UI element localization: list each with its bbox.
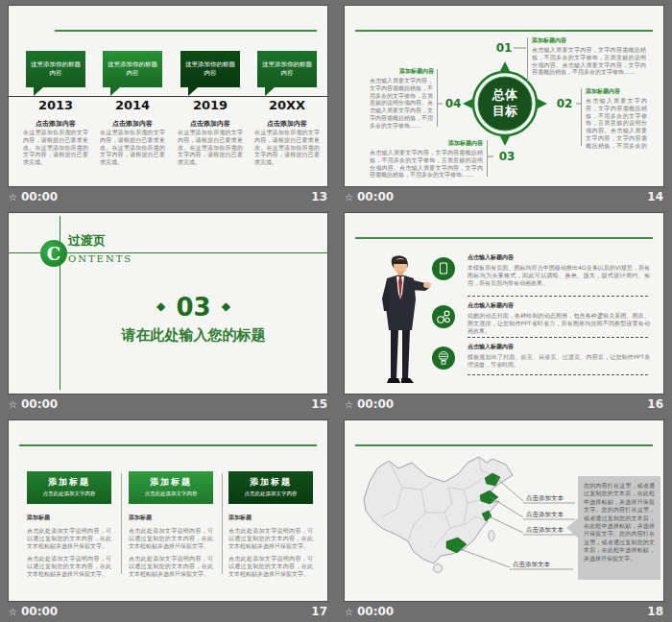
thumbnail-footer: ☆ 00:00 15 — [9, 395, 327, 413]
cell-15: C 过渡页 ONTENTS ◆ 03 ◆ 请在此处输入您的标题 ☆ 00:00 … — [0, 207, 336, 415]
slide-thumbnail-15[interactable]: C 过渡页 ONTENTS ◆ 03 ◆ 请在此处输入您的标题 — [8, 212, 328, 395]
cell-13: 这里添加你的标题内容 2013 点击添加内容 在这里添加你所需的文字内容，请根据… — [0, 0, 336, 207]
accent-line — [19, 444, 317, 446]
bubble-text: 这里添加你的标题内容 — [31, 60, 81, 78]
businessman-illustration — [368, 255, 433, 390]
thumbnail-footer: ☆ 00:00 16 — [345, 395, 663, 413]
feature-heading: 点击输入标题内容 — [468, 301, 650, 310]
section-title: 请在此处输入您的标题 — [60, 326, 327, 345]
item-heading: 点击添加内容 — [18, 119, 93, 129]
cell-16: 点击输入标题内容 本模板所有页面、图标均符合中国移动推出4G业务以后的VI规范，… — [336, 207, 672, 415]
feature-text: 点击输入标题内容 本模板所有页面、图标均符合中国移动推出4G业务以后的VI规范，… — [468, 253, 650, 286]
speech-bubble: 这里添加你的标题内容 — [26, 51, 85, 87]
item-heading: 点击添加内容 — [95, 119, 170, 129]
year-label: 2013 — [18, 98, 93, 112]
bubble-tail — [188, 87, 198, 96]
point-number: 03 — [494, 150, 519, 163]
timeline-item: 这里添加你的标题内容 2019 点击添加内容 在这里添加你所需的文字内容，请根据… — [173, 51, 248, 87]
map-label: 点击添加文本 — [513, 561, 550, 569]
connector-rule — [487, 140, 488, 177]
feature-body: 模板规划出了封面、前言、目录页、过渡页、内容页，让您制作PPT条理清楚，节省时间… — [468, 353, 650, 369]
slide-thumbnail-14[interactable]: 总体 目标 01 添加标题内容 点击输入简要文字内容，文字内容需概括精炼，不用多… — [344, 5, 664, 187]
dashed-divider — [468, 374, 648, 375]
thumbnail-footer: ☆ 00:00 13 — [9, 188, 327, 205]
slide-number: 18 — [647, 605, 663, 618]
slide-timing: 00:00 — [21, 605, 58, 618]
slide-sorter-grid: 这里添加你的标题内容 2013 点击添加内容 在这里添加你所需的文字内容，请根据… — [0, 0, 672, 622]
thumbnail-footer: ☆ 00:00 17 — [9, 603, 327, 620]
point-body: 点击输入简要文字内容，文字内容需概括精炼，不用多余的文字修饰，言简意赅的说明分项… — [370, 77, 433, 129]
year-label: 20XX — [250, 98, 324, 112]
slide-thumbnail-16[interactable]: 点击输入标题内容 本模板所有页面、图标均符合中国移动推出4G业务以后的VI规范，… — [344, 212, 664, 395]
point-number: 04 — [441, 97, 466, 110]
content-column: 添加标题 点击此处添加文字内容 添加标题 点击此处添加文字说明内容，可以通过复制… — [228, 471, 313, 579]
callout-text: 您的内容打在这里，或者通过复制您的文本后，在此框中选择粘贴，并选择只保留文字。您… — [578, 476, 660, 580]
bubble-text: 这里添加你的标题内容 — [185, 60, 235, 78]
point-label: 添加标题内容 — [425, 139, 483, 148]
timeline-axis — [9, 96, 327, 97]
content-column: 添加标题 点击此处添加文字内容 添加标题 点击此处添加文字说明内容，可以通过复制… — [27, 471, 111, 579]
slide-timing: 00:00 — [21, 190, 58, 203]
bubble-text: 这里添加你的标题内容 — [262, 60, 312, 78]
point-number: 02 — [552, 97, 577, 110]
feature-heading: 点击输入标题内容 — [468, 343, 650, 351]
transition-title-en: ONTENTS — [68, 253, 132, 264]
column-header-subtitle: 点击此处添加文字内容 — [228, 490, 313, 497]
year-label: 2019 — [173, 98, 248, 112]
item-body: 在这里添加你所需的文字内容，请根据自己要求更改。在这里添加你所需的文字内容，请根… — [254, 129, 320, 166]
slide-thumbnail-13[interactable]: 这里添加你的标题内容 2013 点击添加内容 在这里添加你所需的文字内容，请根据… — [8, 5, 328, 187]
point-body: 点击输入简要文字内容，文字内容需概括精炼，不用多余的文字修饰，言简意赅的说明分项… — [370, 149, 483, 179]
column-header-title: 添加标题 — [27, 476, 111, 489]
feature-row: 点击输入标题内容 本模板所有页面、图标均符合中国移动推出4G业务以后的VI规范，… — [431, 253, 650, 286]
transition-star-icon: ☆ — [9, 607, 17, 617]
timeline-item: 这里添加你的标题内容 2014 点击添加内容 在这里添加你所需的文字内容，请根据… — [95, 51, 170, 87]
column-header: 添加标题 点击此处添加文字内容 — [228, 471, 313, 504]
speech-bubble: 这里添加你的标题内容 — [180, 51, 240, 87]
item-body: 在这里添加你所需的文字内容，请根据自己要求更改。在这里添加你所需的文字内容，请根… — [23, 129, 88, 166]
column-header-subtitle: 点击此处添加文字内容 — [27, 490, 111, 497]
network-icon — [431, 304, 456, 329]
connector-rule — [581, 88, 582, 146]
slide-thumbnail-18[interactable]: 点击添加文本 点击添加文本 点击添加文本 点击添加文本 您的内容打在这里，或者通… — [344, 419, 664, 602]
point-body: 点击输入简要文字内容，文字内容需概括精炼，不用多余的文字修饰，言简意赅的说明分项… — [532, 46, 646, 76]
column-paragraph: 点击此处添加文字说明内容，可以通过复制您的文本内容，在此文本框粘贴并选择只保留文… — [27, 527, 111, 550]
slide-number: 14 — [647, 190, 663, 203]
slide-timing: 00:00 — [21, 397, 58, 411]
column-header: 添加标题 点击此处添加文字内容 — [27, 471, 111, 504]
transition-star-icon: ☆ — [345, 607, 353, 617]
content-column: 添加标题 点击此处添加文字内容 添加标题 点击此处添加文字说明内容，可以通过复制… — [129, 471, 213, 579]
lightbulb-icon — [431, 346, 456, 371]
document-icon — [431, 256, 456, 281]
column-small-heading: 添加标题 — [27, 514, 111, 522]
point-body: 点击输入简要文字内容，文字内容需概括精炼，不用多余的文字修饰，言简意赅的说明分项… — [586, 97, 647, 151]
transition-star-icon: ☆ — [345, 399, 353, 410]
column-small-heading: 添加标题 — [228, 514, 313, 522]
point-label: 添加标题内容 — [586, 87, 620, 96]
bubble-tail — [34, 87, 43, 96]
slide-number: 15 — [311, 397, 327, 411]
contents-c-badge: C — [40, 240, 67, 267]
feature-heading: 点击输入标题内容 — [468, 253, 650, 262]
bubble-text: 这里添加你的标题内容 — [108, 60, 157, 78]
feature-body: 本模板所有页面、图标均符合中国移动推出4G业务以后的VI规范，所有图标均为矢量格… — [468, 264, 650, 286]
column-paragraph: 点击此处添加文字说明内容，可以通过复制您的文本内容，在此文本框粘贴并选择只保留文… — [228, 555, 313, 578]
point-number: 01 — [492, 41, 516, 55]
cell-17: 添加标题 点击此处添加文字内容 添加标题 点击此处添加文字说明内容，可以通过复制… — [0, 415, 336, 622]
dashed-divider — [468, 337, 648, 338]
dashed-divider — [468, 296, 648, 297]
slide-timing: 00:00 — [357, 397, 394, 411]
slide-timing: 00:00 — [357, 605, 394, 618]
column-small-heading: 添加标题 — [129, 514, 213, 522]
map-label: 点击添加文本 — [526, 494, 564, 503]
column-header: 添加标题 点击此处添加文字内容 — [129, 471, 213, 504]
accent-line — [55, 30, 317, 32]
feature-body: 炫酷的动态封面，各种绘制的动态图形，包含各种逻辑关系图、图表、图文混排，让您制作… — [468, 312, 650, 334]
slide-thumbnail-17[interactable]: 添加标题 点击此处添加文字内容 添加标题 点击此处添加文字说明内容，可以通过复制… — [8, 419, 328, 602]
point-label: 添加标题内容 — [399, 67, 434, 76]
transition-star-icon: ☆ — [9, 399, 17, 410]
slide-number: 13 — [311, 190, 327, 203]
cell-18: 点击添加文本 点击添加文本 点击添加文本 点击添加文本 您的内容打在这里，或者通… — [336, 415, 672, 622]
bubble-tail — [265, 87, 275, 96]
year-label: 2014 — [95, 98, 170, 112]
section-number-row: ◆ 03 ◆ — [60, 293, 327, 322]
